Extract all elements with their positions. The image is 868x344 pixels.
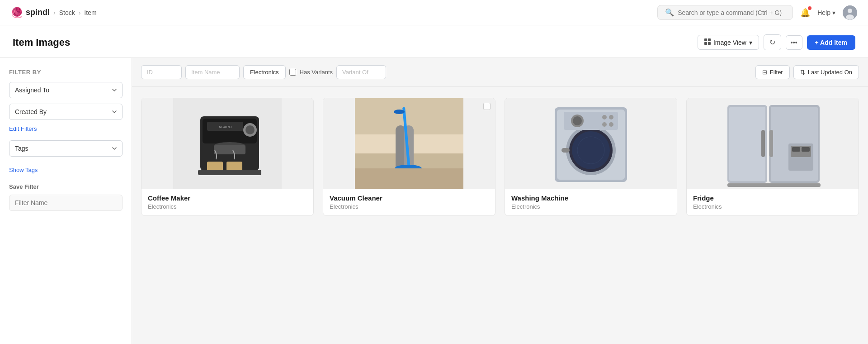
header-actions: Image View ▾ ↻ ••• + Add Item	[698, 34, 855, 50]
logo-icon: 🧶	[11, 7, 23, 19]
assigned-to-select[interactable]: Assigned To	[9, 82, 123, 98]
item-category-coffee-maker: Electronics	[148, 203, 307, 210]
svg-point-1	[848, 9, 852, 13]
item-category-vacuum-cleaner: Electronics	[330, 203, 489, 210]
item-category-fridge: Electronics	[693, 203, 852, 210]
item-card-fridge[interactable]: Fridge Electronics	[686, 98, 859, 216]
edit-filters-link[interactable]: Edit Filters	[9, 125, 123, 132]
notification-button[interactable]: 🔔	[800, 8, 810, 18]
svg-rect-16	[198, 170, 261, 175]
add-item-button[interactable]: + Add Item	[807, 35, 855, 50]
svg-text:AGARO: AGARO	[219, 125, 232, 129]
tags-select[interactable]: Tags	[9, 140, 123, 157]
svg-point-13	[245, 125, 255, 134]
variant-of-filter-input[interactable]	[336, 65, 386, 79]
item-name-washing-machine: Washing Machine	[511, 194, 670, 202]
item-card-body-coffee-maker: Coffee Maker Electronics	[142, 189, 313, 215]
refresh-button[interactable]: ↻	[764, 34, 781, 50]
svg-rect-45	[729, 107, 765, 181]
search-icon: 🔍	[665, 8, 674, 17]
item-checkbox-vacuum[interactable]	[483, 103, 491, 110]
sidebar: Filter By Assigned To Created By Edit Fi…	[0, 58, 132, 344]
item-card-body-washing-machine: Washing Machine Electronics	[505, 189, 677, 215]
item-name-vacuum-cleaner: Vacuum Cleaner	[330, 194, 489, 202]
item-card-washing-machine[interactable]: Washing Machine Electronics	[505, 98, 677, 216]
filter-label: Filter	[770, 69, 783, 76]
main-layout: Filter By Assigned To Created By Edit Fi…	[0, 58, 868, 344]
item-image-washing-machine	[505, 98, 677, 189]
item-card-body-fridge: Fridge Electronics	[687, 189, 859, 215]
breadcrumb-sep-2: ›	[79, 9, 81, 16]
filter-by-label: Filter By	[9, 69, 123, 76]
filter-name-input[interactable]	[9, 195, 123, 211]
chevron-down-icon: ▾	[749, 39, 752, 46]
sort-label: Last Updated On	[808, 69, 852, 76]
svg-rect-52	[792, 147, 800, 152]
electronics-filter-tag[interactable]: Electronics	[243, 65, 286, 79]
svg-rect-34	[561, 148, 570, 153]
chevron-down-icon: ▾	[832, 9, 835, 16]
svg-rect-27	[355, 168, 463, 189]
page-title: Item Images	[13, 37, 70, 48]
id-filter-input[interactable]	[141, 65, 182, 79]
item-name-fridge: Fridge	[693, 194, 852, 202]
item-card-body-vacuum-cleaner: Vacuum Cleaner Electronics	[323, 189, 495, 215]
item-name-filter-input[interactable]	[185, 65, 240, 79]
filter-bar: Electronics Has Variants ⊟ Filter ⇅ Last…	[132, 58, 868, 87]
svg-rect-54	[727, 183, 821, 187]
tags-section: Tags Show Tags	[9, 140, 123, 173]
item-card-vacuum-cleaner[interactable]: Vacuum Cleaner Electronics	[323, 98, 495, 216]
svg-point-38	[602, 115, 607, 119]
created-by-select[interactable]: Created By	[9, 104, 123, 120]
grid-icon	[704, 38, 711, 46]
add-item-label: + Add Item	[815, 39, 847, 46]
svg-rect-6	[708, 42, 711, 45]
filter-button[interactable]: ⊟ Filter	[755, 65, 790, 79]
item-card-coffee-maker[interactable]: AGARO Coffee Maker Electronics	[141, 98, 314, 216]
svg-rect-4	[708, 38, 711, 41]
svg-rect-5	[704, 42, 707, 45]
page-header: Item Images Image View ▾ ↻ ••• + Add Ite…	[0, 25, 868, 58]
item-category-washing-machine: Electronics	[511, 203, 670, 210]
breadcrumb-sep-1: ›	[53, 9, 56, 16]
has-variants-checkbox[interactable]	[289, 69, 296, 76]
filter-icon: ⊟	[762, 69, 767, 76]
item-name-coffee-maker: Coffee Maker	[148, 194, 307, 202]
avatar[interactable]	[843, 5, 857, 20]
logo[interactable]: 🧶 spindl	[11, 7, 50, 19]
image-view-button[interactable]: Image View ▾	[698, 35, 759, 50]
item-image-fridge	[687, 98, 859, 189]
has-variants-label: Has Variants	[300, 69, 333, 76]
save-filter-label: Save Filter	[9, 183, 123, 190]
help-button[interactable]: Help ▾	[817, 9, 835, 16]
content-area: Electronics Has Variants ⊟ Filter ⇅ Last…	[132, 58, 868, 344]
items-grid: AGARO Coffee Maker Electronics	[132, 87, 868, 227]
svg-point-37	[573, 116, 582, 125]
svg-point-2	[846, 14, 854, 20]
logo-text: spindl	[26, 8, 50, 17]
topnav: 🧶 spindl › Stock › Item 🔍 🔔 Help ▾	[0, 0, 868, 25]
svg-rect-11	[214, 145, 245, 154]
search-bar[interactable]: 🔍	[657, 5, 793, 20]
item-image-coffee-maker: AGARO	[142, 98, 313, 189]
item-image-vacuum-cleaner	[323, 98, 495, 189]
svg-point-39	[609, 115, 613, 119]
svg-point-26	[394, 110, 405, 114]
search-input[interactable]	[678, 9, 785, 16]
nav-left: 🧶 spindl › Stock › Item	[11, 7, 97, 19]
more-options-button[interactable]: •••	[786, 35, 802, 50]
breadcrumb-stock[interactable]: Stock	[59, 9, 75, 16]
image-view-label: Image View	[713, 39, 746, 46]
breadcrumb-item[interactable]: Item	[84, 9, 96, 16]
nav-right: 🔍 🔔 Help ▾	[657, 5, 857, 20]
show-tags-link[interactable]: Show Tags	[9, 167, 123, 173]
svg-rect-3	[704, 38, 707, 41]
has-variants-filter: Has Variants	[289, 69, 333, 76]
svg-point-41	[609, 122, 613, 127]
svg-point-33	[572, 131, 610, 169]
sort-button[interactable]: ⇅ Last Updated On	[793, 65, 859, 79]
svg-rect-49	[769, 130, 773, 157]
notification-badge	[808, 6, 811, 10]
svg-rect-48	[761, 130, 765, 157]
svg-rect-53	[802, 147, 810, 152]
